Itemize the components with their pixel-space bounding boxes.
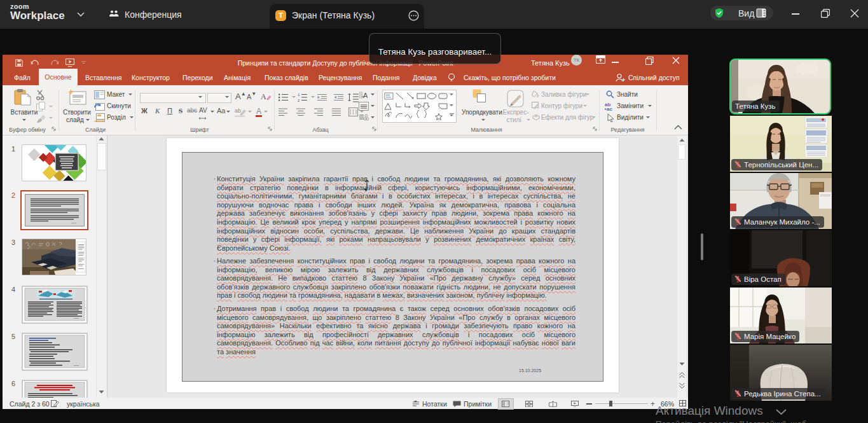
svg-text:1: 1	[298, 93, 300, 97]
svg-text:ab: ab	[235, 107, 241, 114]
svg-text:A: A	[363, 92, 368, 99]
svg-text:A: A	[261, 92, 266, 101]
svg-text:2: 2	[298, 99, 300, 102]
svg-text:ac: ac	[607, 106, 612, 111]
